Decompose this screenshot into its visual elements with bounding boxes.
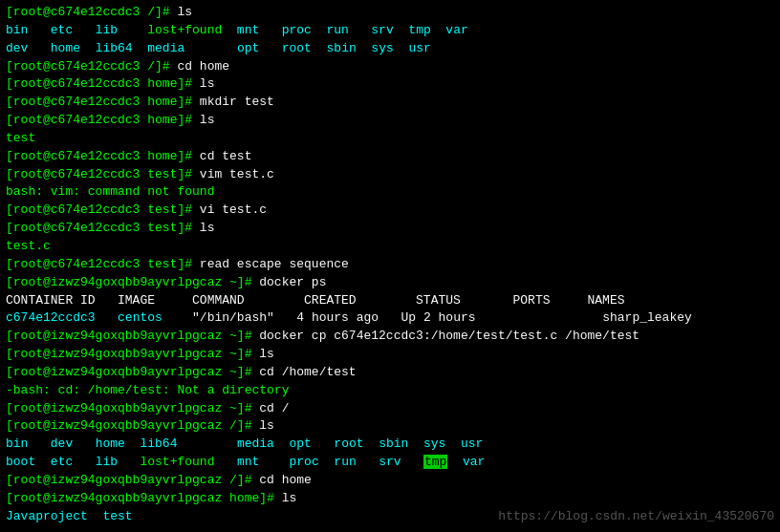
line-19: [root@izwz94goxqbb9ayvrlpgcaz ~]# docker… [6,328,774,346]
cmd: ls [177,5,192,19]
line-27: [root@izwz94goxqbb9ayvrlpgcaz /]# cd hom… [6,472,774,490]
line-16: [root@izwz94goxqbb9ayvrlpgcaz ~]# docker… [6,274,774,292]
line-5: [root@c674e12ccdc3 home]# ls [6,75,774,94]
line-28: [root@izwz94goxqbb9ayvrlpgcaz home]# ls [6,490,774,508]
line-11: bash: vim: command not found [6,183,774,202]
prompt: [root@c674e12ccdc3 /]# [6,5,177,19]
line-1: [root@c674e12ccdc3 /]# ls [6,4,774,22]
line-4: [root@c674e12ccdc3 /]# cd home [6,58,774,76]
line-25: bin dev home lib64 media opt root sbin s… [6,436,774,454]
terminal: [root@c674e12ccdc3 /]# ls bin etc lib lo… [0,0,780,532]
line-29: Javaproject test https://blog.csdn.net/w… [6,508,774,526]
line-13: [root@c674e12ccdc3 test]# ls [6,220,774,238]
line-10: [root@c674e12ccdc3 test]# vim test.c [6,166,774,184]
line-26: boot etc lib lost+found mnt proc run srv… [6,454,774,472]
line-24: [root@izwz94goxqbb9ayvrlpgcaz /]# ls [6,417,774,436]
tmp-highlight: tmp [423,455,447,469]
line-6: [root@c674e12ccdc3 home]# mkdir test [6,94,774,112]
line-9: [root@c674e12ccdc3 home]# cd test [6,148,774,166]
line-7: [root@c674e12ccdc3 home]# ls [6,112,774,130]
url-text: https://blog.csdn.net/weixin_43520670 [498,508,774,526]
line-8: test [6,130,774,148]
line-3: dev home lib64 media opt root sbin sys u… [6,40,774,58]
line-14: test.c [6,238,774,256]
line-15: [root@c674e12ccdc3 test]# read escape se… [6,256,774,274]
ls-output-final: Javaproject test [6,508,133,526]
line-22: -bash: cd: /home/test: Not a directory [6,382,774,400]
docker-row: c674e12ccdc3 centos "/bin/bash" 4 hours … [6,309,774,328]
line-20: [root@izwz94goxqbb9ayvrlpgcaz ~]# ls [6,346,774,364]
line-23: [root@izwz94goxqbb9ayvrlpgcaz ~]# cd / [6,400,774,418]
line-2: bin etc lib lost+found mnt proc run srv … [6,22,774,40]
docker-header: CONTAINER ID IMAGE COMMAND CREATED STATU… [6,292,774,310]
line-21: [root@izwz94goxqbb9ayvrlpgcaz ~]# cd /ho… [6,364,774,382]
line-12: [root@c674e12ccdc3 test]# vi test.c [6,202,774,220]
